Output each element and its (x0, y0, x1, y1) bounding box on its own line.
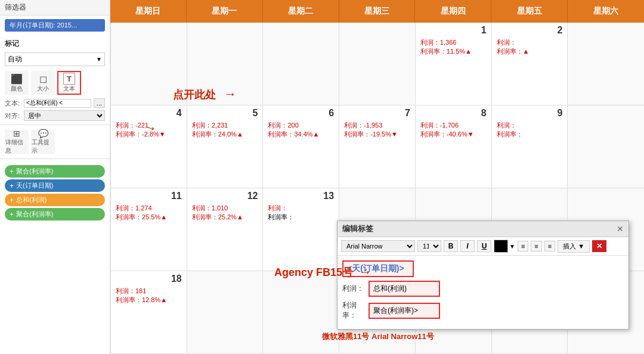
dropdown-arrow-icon: ▼ (96, 56, 102, 63)
pill-profit-rate-2[interactable]: + 聚合(利润率) (5, 208, 105, 221)
pill-profit-rate-1[interactable]: + 聚合(利润率) (5, 165, 105, 178)
sidebar-divider (0, 125, 110, 125)
pill-label-2: 天(订单日期) (16, 181, 53, 190)
filter-tag[interactable]: 年月(订单日期): 2015... (5, 19, 105, 32)
day-number-2: 2 (497, 25, 563, 36)
day-number-18: 18 (116, 274, 182, 284)
pill-label-1: 聚合(利润率) (16, 167, 53, 176)
text-icon: T (63, 73, 75, 85)
cell-12-profit: 利润：1,010 (192, 204, 258, 213)
dialog-title: 编辑标签 (342, 223, 373, 234)
dialog-profit-label: 利润： (342, 284, 366, 294)
dialog-titlebar: 编辑标签 ✕ (338, 221, 628, 237)
filter-tag-text: 年月(订单日期): 2015... (10, 21, 77, 30)
cell-2-rate: 利润率：▲ (497, 47, 563, 56)
detail-label: 详细信息 (5, 138, 28, 155)
cell-empty-4 (339, 23, 416, 105)
align-select[interactable]: 居中 左对齐 右对齐 (24, 110, 105, 121)
size-icon: ◻ (39, 73, 47, 85)
align-right-button[interactable]: ≡ (544, 241, 555, 251)
cell-day-5[interactable]: 5 利润：2,231 利润率：24.0%▲ (187, 105, 264, 188)
info-row: ⊞ 详细信息 💬 工具提示 (0, 128, 110, 156)
cell-4-rate: 利润率：-2.8%▼ (116, 130, 182, 139)
cell-7-profit: 利润：-1,953 (344, 121, 410, 130)
edit-label-dialog[interactable]: 编辑标签 ✕ Arial Narrow Arial Times New Roma… (337, 221, 629, 330)
cell-day-12[interactable]: 12 利润：1,010 利润率：25.2%▲ (187, 188, 264, 271)
text-input[interactable] (24, 99, 91, 108)
insert-button[interactable]: 插入 ▼ (558, 240, 590, 253)
color-picker-button[interactable] (494, 240, 508, 253)
cell-11-profit: 利润：1,274 (116, 204, 182, 213)
cell-empty-1 (111, 23, 187, 105)
underline-button[interactable]: U (477, 240, 491, 252)
text-btn[interactable]: T 文本 (57, 71, 81, 95)
cell-day-8[interactable]: 8 利润：-1,706 利润率：-40.6%▼ (416, 105, 492, 188)
pill-label-4: 聚合(利润率) (16, 210, 53, 219)
cell-day-13[interactable]: 13 利润： 利润率： (263, 188, 339, 271)
italic-button[interactable]: I (460, 240, 475, 252)
day-number-9: 9 (497, 108, 563, 119)
tooltip-label: 工具提示 (32, 138, 54, 155)
sidebar-header: 筛选器 (0, 0, 110, 15)
cell-day-7[interactable]: 7 利润：-1,953 利润率：-19.5%▼ (339, 105, 416, 188)
cell-6-profit: 利润：200 (268, 121, 334, 130)
color-btn[interactable]: ⬛ 颜色 (5, 71, 29, 95)
cell-9-rate: 利润率： (497, 130, 563, 139)
dialog-close-button[interactable]: ✕ (617, 224, 624, 234)
day-number-12: 12 (192, 191, 258, 201)
cell-9-profit: 利润： (497, 121, 563, 130)
ok-button[interactable]: ✕ (592, 240, 606, 252)
day-number-6: 6 (268, 108, 334, 119)
cell-5-rate: 利润率：24.0%▲ (192, 130, 258, 139)
day-number-13: 13 (268, 191, 334, 201)
cell-day-6[interactable]: 6 利润：200 利润率：34.4%▲ (263, 105, 339, 188)
day-number-7: 7 (344, 108, 410, 119)
cell-13-profit: 利润： (268, 204, 334, 213)
cell-day-11[interactable]: 11 利润：1,274 利润率：25.5%▲ (111, 188, 187, 271)
pill-plus-icon: + (10, 167, 14, 176)
cell-day-18[interactable]: 18 利润：181 利润率：12.8%▲ (111, 271, 187, 354)
cell-day-9[interactable]: 9 利润： 利润率： (492, 105, 568, 188)
cell-6-rate: 利润率：34.4%▲ (268, 130, 334, 139)
pill-plus-icon-4: + (10, 210, 14, 219)
header-wednesday: 星期三 (339, 0, 416, 23)
cell-12-rate: 利润率：25.2%▲ (192, 213, 258, 222)
browse-button[interactable]: ... (94, 98, 105, 108)
cell-day-10 (568, 105, 644, 188)
text-field-label: 文本: (5, 99, 21, 108)
calendar-header: 星期日 星期一 星期二 星期三 星期四 星期五 星期六 (110, 0, 644, 23)
detail-btn[interactable]: ⊞ 详细信息 (5, 130, 29, 154)
cell-1-profit: 利润：1,366 (420, 38, 487, 47)
text-label: 文本 (63, 85, 75, 93)
tooltip-btn[interactable]: 💬 工具提示 (31, 130, 55, 154)
text-fields: 文本: ... 对齐: 居中 左对齐 右对齐 (0, 97, 110, 122)
cell-2-profit: 利润： (497, 38, 563, 47)
align-left-button[interactable]: ≡ (518, 241, 528, 251)
dialog-header-value: <天(订单日期)> (342, 260, 414, 277)
cell-empty-w4-1 (187, 271, 264, 354)
font-select[interactable]: Arial Narrow Arial Times New Roman (341, 240, 415, 252)
cell-empty-2 (187, 23, 264, 105)
sidebar-pills: + 聚合(利润率) + 天(订单日期) + 总和(利润) + 聚合(利润率) (0, 162, 110, 224)
font-size-select[interactable]: 11 12 14 16 (417, 240, 441, 252)
bold-button[interactable]: B (444, 240, 458, 252)
sidebar-divider-2 (0, 159, 110, 159)
align-row: 对齐: 居中 左对齐 右对齐 (5, 110, 105, 121)
align-center-button[interactable]: ≡ (531, 241, 541, 251)
cell-day-2[interactable]: 2 利润： 利润率：▲ (492, 23, 568, 105)
cell-day-4[interactable]: 4 利润：-221 利润率：-2.8%▼ (111, 105, 187, 188)
text-input-row: 文本: ... (5, 98, 105, 108)
cell-day-1[interactable]: 1 利润：1,366 利润率：11.5%▲ (416, 23, 492, 105)
header-thursday: 星期四 (415, 0, 491, 23)
color-icon: ⬛ (11, 73, 23, 85)
cell-18-profit: 利润：181 (116, 287, 182, 296)
mark-dropdown[interactable]: 自动 ▼ (5, 52, 105, 66)
header-monday: 星期一 (187, 0, 263, 23)
size-btn[interactable]: ◻ 大小 (31, 71, 55, 95)
day-number-1: 1 (420, 25, 487, 36)
cell-11-rate: 利润率：25.5%▲ (116, 213, 182, 222)
color-arrow-icon: ▼ (509, 243, 515, 250)
cell-empty-w4-2 (263, 271, 339, 354)
pill-total-profit[interactable]: + 总和(利润) (5, 194, 105, 206)
pill-order-date[interactable]: + 天(订单日期) (5, 179, 105, 192)
